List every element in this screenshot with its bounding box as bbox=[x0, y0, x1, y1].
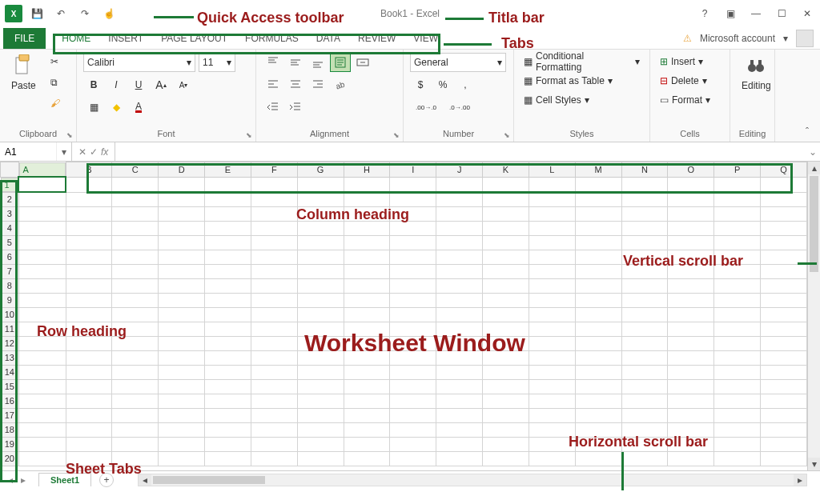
cell[interactable] bbox=[436, 379, 483, 394]
cell[interactable] bbox=[159, 394, 205, 408]
cell[interactable] bbox=[297, 293, 344, 307]
cell[interactable] bbox=[205, 293, 251, 307]
delete-cells-button[interactable]: ⊟Delete▾ bbox=[657, 72, 710, 90]
cell[interactable] bbox=[529, 322, 575, 336]
cell[interactable] bbox=[483, 221, 529, 235]
format-as-table-button[interactable]: ▦Format as Table▾ bbox=[521, 72, 616, 90]
cell[interactable] bbox=[390, 379, 436, 394]
merge-center-button[interactable] bbox=[352, 53, 373, 72]
cell[interactable] bbox=[483, 451, 529, 466]
cell[interactable] bbox=[575, 221, 621, 235]
cell[interactable] bbox=[251, 437, 297, 451]
vertical-scrollbar[interactable]: ▴ ▾ bbox=[807, 162, 820, 470]
cell[interactable] bbox=[529, 250, 575, 264]
cell[interactable] bbox=[112, 322, 159, 336]
cell[interactable] bbox=[714, 192, 761, 206]
cell[interactable] bbox=[18, 379, 66, 394]
cell[interactable] bbox=[159, 408, 205, 422]
file-tab[interactable]: FILE bbox=[3, 28, 46, 49]
cell[interactable] bbox=[18, 278, 66, 293]
cell[interactable] bbox=[390, 451, 436, 466]
cell[interactable] bbox=[761, 278, 807, 293]
cell[interactable] bbox=[761, 177, 807, 192]
cell[interactable] bbox=[159, 365, 205, 379]
formula-input[interactable] bbox=[115, 142, 806, 161]
cell[interactable] bbox=[761, 379, 807, 394]
cell[interactable] bbox=[483, 206, 529, 221]
row-header[interactable]: 2 bbox=[1, 192, 19, 206]
column-header[interactable]: F bbox=[251, 162, 297, 178]
cell[interactable] bbox=[344, 394, 390, 408]
cell[interactable] bbox=[251, 451, 297, 466]
tab-data[interactable]: DATA bbox=[316, 28, 340, 49]
row-header[interactable]: 8 bbox=[1, 278, 19, 293]
cell[interactable] bbox=[251, 365, 297, 379]
cell[interactable] bbox=[344, 408, 390, 422]
find-select-button[interactable]: Editing bbox=[737, 53, 776, 93]
cell[interactable] bbox=[621, 394, 668, 408]
align-right-button[interactable] bbox=[308, 75, 328, 94]
cell[interactable] bbox=[761, 293, 807, 307]
percent-button[interactable]: % bbox=[432, 75, 453, 94]
cell[interactable] bbox=[112, 451, 159, 466]
cell[interactable] bbox=[575, 293, 621, 307]
tab-home[interactable]: HOME bbox=[62, 28, 90, 49]
maximize-button[interactable]: ☐ bbox=[774, 6, 790, 22]
row-header[interactable]: 12 bbox=[1, 336, 19, 350]
cell[interactable] bbox=[390, 394, 436, 408]
cell[interactable] bbox=[344, 322, 390, 336]
cell[interactable] bbox=[344, 437, 390, 451]
tab-formulas[interactable]: FORMULAS bbox=[245, 28, 299, 49]
cell[interactable] bbox=[66, 379, 112, 394]
cell[interactable] bbox=[761, 350, 807, 365]
name-box[interactable]: ▾ bbox=[0, 142, 72, 161]
cell[interactable] bbox=[621, 408, 668, 422]
row-header[interactable]: 19 bbox=[1, 437, 19, 451]
cell[interactable] bbox=[714, 365, 761, 379]
cell[interactable] bbox=[529, 264, 575, 278]
cell[interactable] bbox=[159, 177, 205, 192]
align-middle-button[interactable] bbox=[285, 53, 306, 72]
column-header[interactable]: E bbox=[205, 162, 251, 178]
cell[interactable] bbox=[621, 250, 668, 264]
sheet-nav-prev[interactable]: ◂ bbox=[5, 474, 16, 486]
cell[interactable] bbox=[761, 235, 807, 250]
cell[interactable] bbox=[251, 336, 297, 350]
format-painter-button[interactable]: 🖌 bbox=[47, 94, 63, 112]
cell[interactable] bbox=[344, 451, 390, 466]
cell[interactable] bbox=[205, 235, 251, 250]
cell[interactable] bbox=[205, 379, 251, 394]
cell[interactable] bbox=[205, 350, 251, 365]
tab-view[interactable]: VIEW bbox=[413, 28, 438, 49]
cell[interactable] bbox=[436, 365, 483, 379]
cell[interactable] bbox=[344, 307, 390, 322]
cell[interactable] bbox=[66, 350, 112, 365]
comma-style-button[interactable]: , bbox=[455, 75, 476, 94]
cell[interactable] bbox=[66, 408, 112, 422]
cell[interactable] bbox=[205, 307, 251, 322]
cell[interactable] bbox=[483, 422, 529, 437]
cell[interactable] bbox=[621, 293, 668, 307]
cell[interactable] bbox=[761, 437, 807, 451]
cell[interactable] bbox=[344, 365, 390, 379]
cell[interactable] bbox=[390, 307, 436, 322]
cell[interactable] bbox=[436, 177, 483, 192]
cell[interactable] bbox=[66, 394, 112, 408]
row-header[interactable]: 1 bbox=[1, 178, 18, 192]
cell[interactable] bbox=[344, 264, 390, 278]
cell[interactable] bbox=[297, 379, 344, 394]
cell[interactable] bbox=[483, 293, 529, 307]
cell[interactable] bbox=[112, 221, 159, 235]
clipboard-launcher[interactable]: ⬊ bbox=[66, 131, 73, 139]
cell[interactable] bbox=[668, 278, 714, 293]
cell[interactable] bbox=[575, 264, 621, 278]
cell[interactable] bbox=[529, 307, 575, 322]
cell[interactable] bbox=[112, 307, 159, 322]
cell[interactable] bbox=[112, 177, 159, 192]
cell[interactable] bbox=[714, 293, 761, 307]
font-launcher[interactable]: ⬊ bbox=[246, 131, 252, 139]
bold-button[interactable]: B bbox=[83, 75, 104, 94]
cell[interactable] bbox=[436, 307, 483, 322]
cell[interactable] bbox=[344, 350, 390, 365]
cell[interactable] bbox=[714, 451, 761, 466]
